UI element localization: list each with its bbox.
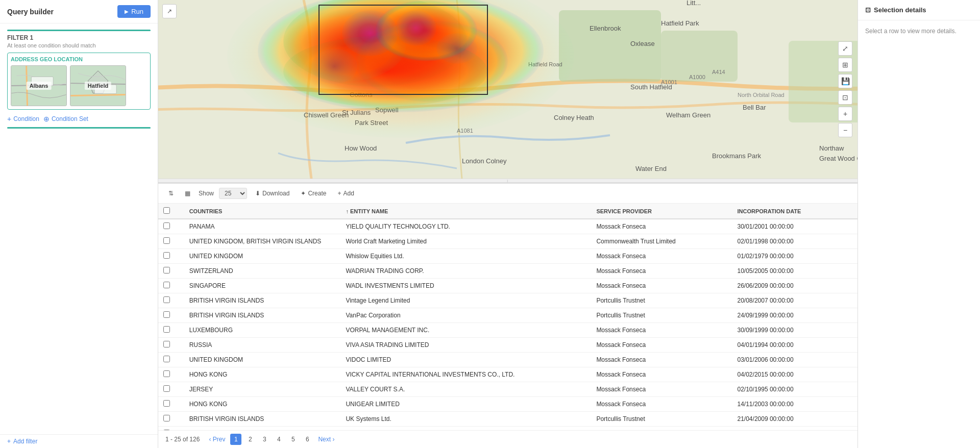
- col-entity[interactable]: ↑ ENTITY NAME: [340, 204, 591, 219]
- row-checkbox-cell[interactable]: [158, 427, 184, 431]
- table-row[interactable]: UNITED KINGDOM, BRITISH VIRGIN ISLANDS W…: [158, 234, 857, 249]
- row-checkbox-cell[interactable]: [158, 264, 184, 279]
- table-row[interactable]: LUXEMBOURG VORPAL MANAGEMENT INC. Mossac…: [158, 323, 857, 338]
- heatmap: [158, 0, 857, 179]
- main-content: Ellenbrook Oxlease Hatfield Park Hatfiel…: [158, 0, 857, 448]
- row-entity: Whislow Equities Ltd.: [340, 249, 591, 264]
- row-checkbox[interactable]: [163, 370, 170, 377]
- row-checkbox-cell[interactable]: [158, 293, 184, 308]
- table-row[interactable]: JERSEY VALLEY COURT S.A. Mossack Fonseca…: [158, 382, 857, 397]
- row-checkbox[interactable]: [163, 296, 170, 303]
- row-checkbox[interactable]: [163, 267, 170, 273]
- map-thumb-2[interactable]: Hatfield: [70, 65, 126, 106]
- resize-handle[interactable]: ↕: [158, 179, 857, 183]
- col-date[interactable]: INCORPORATION DATE: [732, 204, 857, 219]
- map-zoomout-button[interactable]: −: [838, 123, 852, 137]
- row-checkbox-cell[interactable]: [158, 323, 184, 338]
- table-body: PANAMA YIELD QUALITY TECHNOLOGY LTD. Mos…: [158, 219, 857, 430]
- row-checkbox-cell[interactable]: [158, 412, 184, 427]
- col-countries[interactable]: COUNTRIES: [184, 204, 341, 219]
- add-condition-set-button[interactable]: ⊕ Condition Set: [43, 115, 88, 123]
- table-row[interactable]: PANAMA YIELD QUALITY TECHNOLOGY LTD. Mos…: [158, 219, 857, 234]
- row-country: SWITZERLAND: [184, 264, 341, 279]
- row-checkbox-cell[interactable]: [158, 397, 184, 412]
- create-button[interactable]: ✦ Create: [298, 188, 329, 198]
- row-checkbox-cell[interactable]: [158, 219, 184, 234]
- download-label: Download: [262, 190, 289, 197]
- table-row[interactable]: UNITED KINGDOM VIDOC LIMITED Mossack Fon…: [158, 353, 857, 367]
- row-checkbox[interactable]: [163, 252, 170, 259]
- map-expand-button[interactable]: ⤢: [838, 41, 852, 56]
- filter-section: FILTER 1 At least one condition should m…: [0, 23, 158, 434]
- table-row[interactable]: HONG KONG VICKY CAPITAL INTERNATIONAL IN…: [158, 367, 857, 382]
- row-checkbox[interactable]: [163, 326, 170, 333]
- col-provider[interactable]: SERVICE PROVIDER: [591, 204, 732, 219]
- selection-details-icon: ⊡: [865, 6, 871, 14]
- row-checkbox-cell[interactable]: [158, 367, 184, 382]
- map-screenshot-button[interactable]: ⊡: [838, 90, 852, 105]
- row-checkbox[interactable]: [163, 222, 170, 229]
- map-topleft-expand[interactable]: ↗: [162, 4, 177, 18]
- sort-button[interactable]: ⇅: [165, 188, 177, 198]
- row-checkbox[interactable]: [163, 415, 170, 421]
- chart-button[interactable]: ▦: [182, 188, 193, 198]
- page-2-button[interactable]: 2: [244, 434, 256, 445]
- prev-page-button[interactable]: ‹ Prev: [207, 435, 227, 444]
- page-4-button[interactable]: 4: [273, 434, 284, 445]
- map-thumb-1[interactable]: Albans: [11, 65, 67, 106]
- page-1-button[interactable]: 1: [230, 434, 241, 445]
- row-checkbox-cell[interactable]: [158, 279, 184, 293]
- map-area[interactable]: Ellenbrook Oxlease Hatfield Park Hatfiel…: [158, 0, 857, 179]
- row-checkbox[interactable]: [163, 341, 170, 347]
- page-6-button[interactable]: 6: [302, 434, 313, 445]
- table-row[interactable]: BRITISH VIRGIN ISLANDS VanPac Corporatio…: [158, 308, 857, 323]
- row-checkbox-cell[interactable]: [158, 234, 184, 249]
- table-row[interactable]: ESTONIA TOP TRADING SERVICES LTD. Mossac…: [158, 427, 857, 431]
- condition-set-label: Condition Set: [52, 115, 88, 122]
- row-checkbox[interactable]: [163, 400, 170, 407]
- add-button[interactable]: + Add: [334, 188, 357, 198]
- row-checkbox-cell[interactable]: [158, 338, 184, 353]
- table-row[interactable]: UNITED KINGDOM Whislow Equities Ltd. Mos…: [158, 249, 857, 264]
- row-checkbox[interactable]: [163, 385, 170, 392]
- row-entity: YIELD QUALITY TECHNOLOGY LTD.: [340, 219, 591, 234]
- map-zoomin-button[interactable]: +: [838, 107, 852, 121]
- run-button[interactable]: ▶ Run: [117, 5, 151, 18]
- row-checkbox-cell[interactable]: [158, 353, 184, 367]
- add-icon: +: [7, 438, 11, 445]
- row-provider: Mossack Fonseca: [591, 353, 732, 367]
- select-all-header[interactable]: [158, 204, 184, 219]
- row-entity: Vintage Legend Limited: [340, 293, 591, 308]
- add-condition-button[interactable]: + Condition: [7, 115, 39, 123]
- table-row[interactable]: BRITISH VIRGIN ISLANDS Vintage Legend Li…: [158, 293, 857, 308]
- row-entity: VanPac Corporation: [340, 308, 591, 323]
- row-checkbox[interactable]: [163, 356, 170, 362]
- table-row[interactable]: SWITZERLAND WADRIAN TRADING CORP. Mossac…: [158, 264, 857, 279]
- page-5-button[interactable]: 5: [287, 434, 299, 445]
- table-row[interactable]: HONG KONG UNIGEAR LIMITED Mossack Fonsec…: [158, 397, 857, 412]
- table-row[interactable]: BRITISH VIRGIN ISLANDS UK Systems Ltd. P…: [158, 412, 857, 427]
- table-row[interactable]: RUSSIA VIVA ASIA TRADING LIMITED Mossack…: [158, 338, 857, 353]
- row-country: RUSSIA: [184, 338, 341, 353]
- page-3-button[interactable]: 3: [259, 434, 270, 445]
- row-checkbox-cell[interactable]: [158, 249, 184, 264]
- add-filter-button[interactable]: + Add filter: [0, 434, 158, 448]
- row-checkbox-cell[interactable]: [158, 308, 184, 323]
- selection-details-header: ⊡ Selection details: [858, 0, 980, 20]
- download-button[interactable]: ⬇ Download: [252, 188, 292, 198]
- row-provider: Mossack Fonseca: [591, 219, 732, 234]
- show-select[interactable]: 25 50 100: [219, 188, 247, 199]
- row-entity: VORPAL MANAGEMENT INC.: [340, 323, 591, 338]
- map-layers-button[interactable]: ⊞: [838, 58, 852, 72]
- row-checkbox[interactable]: [163, 237, 170, 244]
- next-page-button[interactable]: Next ›: [316, 435, 336, 444]
- select-all-checkbox[interactable]: [163, 207, 170, 214]
- table-row[interactable]: SINGAPORE WADL INVESTMENTS LIMITED Mossa…: [158, 279, 857, 293]
- row-country: UNITED KINGDOM, BRITISH VIRGIN ISLANDS: [184, 234, 341, 249]
- row-checkbox-cell[interactable]: [158, 382, 184, 397]
- row-checkbox[interactable]: [163, 311, 170, 318]
- row-checkbox[interactable]: [163, 282, 170, 288]
- svg-line-6: [70, 95, 125, 96]
- pagination-summary: 1 - 25 of 126: [165, 436, 200, 443]
- map-save-button[interactable]: 💾: [838, 74, 852, 88]
